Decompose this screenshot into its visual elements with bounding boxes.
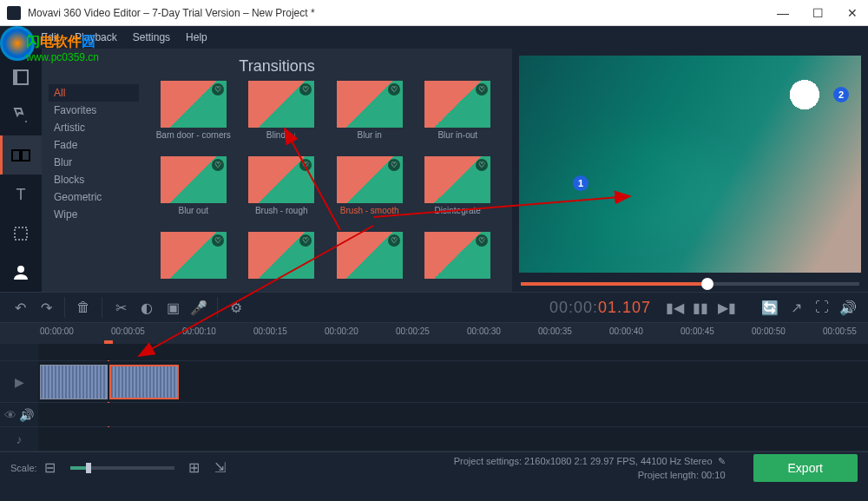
seek-bar[interactable] — [519, 276, 861, 292]
transition-thumb[interactable]: ♡ — [248, 81, 314, 128]
transition-thumb[interactable]: ♡ — [337, 156, 403, 203]
adjust-button[interactable]: ◐ — [134, 294, 160, 320]
audio-track[interactable] — [38, 403, 868, 426]
video-clip[interactable] — [40, 365, 108, 399]
settings-button[interactable]: ⚙ — [223, 294, 249, 320]
thumb-label: Disintegrate — [435, 206, 481, 225]
category-artistic[interactable]: Artistic — [49, 119, 139, 136]
next-frame-button[interactable]: ▶▮ — [713, 294, 740, 320]
sidebar-media-icon[interactable] — [0, 57, 42, 96]
music-track-head[interactable]: ♪ — [0, 427, 38, 451]
thumb-label: Blur in-out — [437, 130, 477, 149]
tool-sidebar: T — [0, 49, 42, 292]
svg-rect-3 — [12, 150, 20, 161]
thumb-label: Blinds ↓ — [266, 130, 297, 149]
transition-thumb[interactable]: ♡ — [424, 232, 490, 279]
360-view-button[interactable]: 🔄 — [757, 294, 783, 320]
transition-thumb[interactable]: ♡ — [424, 156, 490, 203]
transition-thumb[interactable]: ♡ — [424, 81, 490, 128]
edit-toolbar: ↶ ↷ 🗑 ✂ ◐ ▣ 🎤 ⚙ 00:00:01.107 ▮◀ ▮▮ ▶▮ 🔄 … — [0, 292, 868, 323]
transition-grid: ♡Barn door - corners ♡Blinds ↓ ♡Blur in … — [146, 81, 512, 292]
video-track-head[interactable]: ▶ — [0, 361, 38, 402]
pause-button[interactable]: ▮▮ — [687, 294, 713, 320]
fullscreen-button[interactable]: ⛶ — [809, 294, 835, 320]
category-fade[interactable]: Fade — [49, 136, 139, 154]
ruler-mark: 00:00:55 — [823, 326, 857, 336]
category-geometric[interactable]: Geometric — [49, 188, 139, 206]
video-track[interactable] — [38, 361, 868, 402]
undo-button[interactable]: ↶ — [7, 294, 33, 320]
menu-playback[interactable]: Playback — [75, 31, 117, 43]
category-favorites[interactable]: Favorites — [49, 102, 139, 119]
transition-thumb[interactable]: ♡ — [161, 156, 227, 203]
favorite-icon[interactable]: ♡ — [476, 159, 488, 171]
category-list: All Favorites Artistic Fade Blur Blocks … — [42, 81, 146, 292]
sidebar-stickers-icon[interactable] — [0, 214, 42, 253]
preview-panel: 1 2 — [512, 49, 868, 292]
favorite-icon[interactable]: ♡ — [388, 159, 400, 171]
ruler-mark: 00:00:35 — [538, 326, 572, 336]
export-button[interactable]: Export — [753, 454, 858, 482]
favorite-icon[interactable]: ♡ — [388, 83, 400, 96]
menu-help[interactable]: Help — [186, 31, 207, 43]
transitions-panel: Transitions All Favorites Artistic Fade … — [42, 49, 512, 292]
favorite-icon[interactable]: ♡ — [476, 234, 488, 247]
favorite-icon[interactable]: ♡ — [212, 159, 224, 171]
transition-thumb[interactable]: ♡ — [337, 81, 403, 128]
time-ruler[interactable]: 00:00:00 00:00:05 00:00:10 00:00:15 00:0… — [0, 323, 868, 344]
favorite-icon[interactable]: ♡ — [476, 83, 488, 96]
redo-button[interactable]: ↷ — [33, 294, 59, 320]
category-blocks[interactable]: Blocks — [49, 171, 139, 188]
thumb-label: Brush - rough — [255, 206, 308, 225]
sidebar-transitions-icon[interactable] — [0, 135, 42, 175]
prev-frame-button[interactable]: ▮◀ — [661, 294, 687, 320]
favorite-icon[interactable]: ♡ — [299, 83, 312, 96]
ruler-mark: 00:00:50 — [752, 326, 786, 336]
category-all[interactable]: All — [49, 84, 139, 102]
music-track[interactable] — [38, 427, 868, 451]
svg-rect-6 — [15, 227, 27, 240]
popout-button[interactable]: ↗ — [783, 294, 809, 320]
delete-button[interactable]: 🗑 — [70, 294, 96, 320]
transition-thumb[interactable]: ♡ — [161, 81, 227, 128]
ruler-mark: 00:00:15 — [253, 326, 287, 336]
crop-button[interactable]: ▣ — [160, 294, 186, 320]
thumb-label: Barn door - corners — [156, 130, 231, 149]
menubar: File Edit Playback Settings Help — [0, 26, 868, 49]
video-clip-selected[interactable] — [109, 365, 179, 399]
sidebar-filters-icon[interactable] — [0, 96, 42, 135]
volume-button[interactable]: 🔊 — [835, 294, 861, 320]
ruler-mark: 00:00:10 — [182, 326, 216, 336]
mic-button[interactable]: 🎤 — [186, 294, 212, 320]
zoom-out-button[interactable]: ⊟ — [37, 455, 63, 481]
favorite-icon[interactable]: ♡ — [388, 234, 400, 247]
favorite-icon[interactable]: ♡ — [212, 83, 224, 96]
transition-thumb[interactable]: ♡ — [248, 156, 314, 203]
category-wipe[interactable]: Wipe — [49, 206, 139, 223]
sidebar-profile-icon[interactable] — [0, 253, 42, 292]
menu-edit[interactable]: Edit — [41, 31, 59, 43]
svg-text:T: T — [16, 186, 26, 203]
transition-thumb[interactable]: ♡ — [248, 232, 314, 279]
ruler-mark: 00:00:45 — [681, 326, 714, 336]
edit-settings-icon[interactable]: ✎ — [718, 456, 726, 466]
favorite-icon[interactable]: ♡ — [212, 234, 224, 247]
preview-screen[interactable]: 1 2 — [519, 56, 861, 273]
transition-thumb[interactable]: ♡ — [161, 232, 227, 279]
favorite-icon[interactable]: ♡ — [299, 234, 312, 247]
menu-file[interactable]: File — [9, 31, 25, 43]
fit-button[interactable]: ⇲ — [207, 455, 233, 481]
maximize-button[interactable]: ☐ — [809, 4, 826, 22]
cut-button[interactable]: ✂ — [108, 294, 134, 320]
scale-slider[interactable] — [70, 466, 174, 470]
category-blur[interactable]: Blur — [49, 154, 139, 171]
favorite-icon[interactable]: ♡ — [299, 159, 312, 171]
audio-track-head[interactable]: 👁 🔊 — [0, 403, 38, 426]
transition-thumb[interactable]: ♡ — [337, 232, 403, 279]
minimize-button[interactable]: — — [774, 4, 792, 22]
zoom-in-button[interactable]: ⊞ — [181, 455, 207, 481]
timecode-display: 00:00:01.107 — [539, 299, 661, 317]
close-button[interactable]: ✕ — [844, 4, 861, 22]
sidebar-titles-icon[interactable]: T — [0, 175, 42, 214]
menu-settings[interactable]: Settings — [133, 31, 170, 43]
